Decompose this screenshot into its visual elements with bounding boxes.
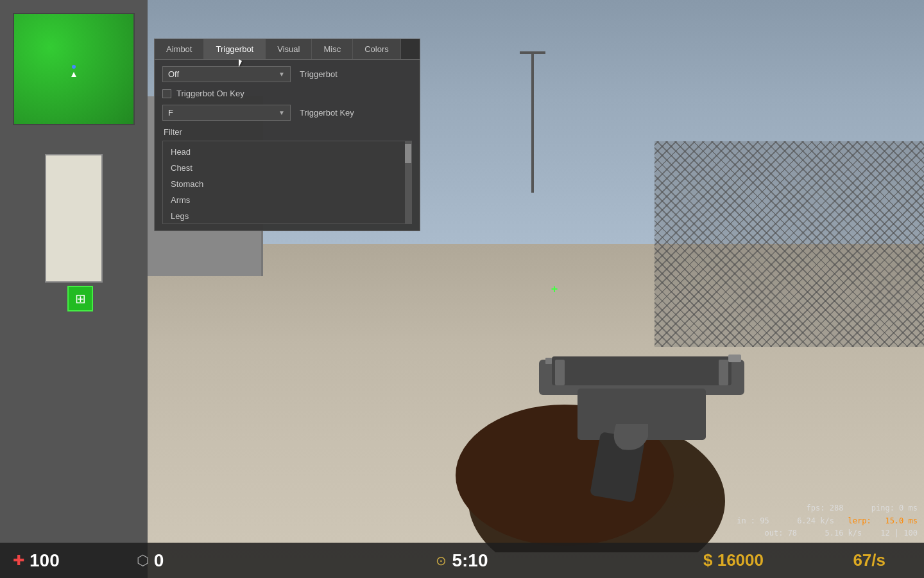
out-label: out: <box>765 529 783 538</box>
filter-scrollbar-thumb <box>405 144 411 163</box>
fps-label: fps: <box>807 504 825 512</box>
menu-tabs: Aimbot Triggerbot Visual Misc Colors <box>155 39 420 60</box>
triggerbot-dropdown-label: Triggerbot <box>300 69 338 79</box>
triggerbot-dropdown-value: Off <box>168 69 179 79</box>
bomb-icon: ⊞ <box>67 286 93 311</box>
svg-rect-8 <box>728 355 741 362</box>
health-display: ✚ 100 <box>13 550 60 571</box>
key-dropdown[interactable]: F ▼ <box>162 105 291 121</box>
minimap-player-dot <box>72 65 76 69</box>
choke-value: 12 <box>880 529 889 538</box>
filter-item-arms[interactable]: Arms <box>163 192 405 208</box>
in-label: in : <box>737 516 755 525</box>
filter-label: Filter <box>162 127 412 137</box>
tab-colors[interactable]: Colors <box>353 39 401 59</box>
svg-rect-9 <box>545 358 552 364</box>
ping-value: 0 ms <box>899 504 918 512</box>
menu-content: Off ▼ Triggerbot Triggerbot On Key F ▼ T… <box>155 60 420 231</box>
svg-rect-7 <box>719 360 728 385</box>
cheat-menu: Aimbot Triggerbot Visual Misc Colors Off… <box>154 39 420 231</box>
minimap <box>13 13 135 125</box>
triggerbot-dropdown-arrow: ▼ <box>278 71 285 78</box>
minimap-display <box>14 14 133 124</box>
timer-icon: ⊙ <box>436 553 447 568</box>
out-stat: out: 78 5.16 k/s 12 | 100 <box>737 527 918 539</box>
bottom-hud: ✚ 100 ⬡ 0 ⊙ 5:10 $ 16000 67/s <box>0 543 924 578</box>
health-icon: ✚ <box>13 552 24 569</box>
key-dropdown-arrow: ▼ <box>278 109 285 116</box>
filter-list: Head Chest Stomach Arms Legs Friendlies <box>163 141 405 223</box>
key-dropdown-label: Triggerbot Key <box>300 108 354 118</box>
filter-item-stomach[interactable]: Stomach <box>163 176 405 192</box>
fps-value: 288 <box>830 504 844 512</box>
key-dropdown-value: F <box>168 108 173 118</box>
svg-rect-6 <box>555 360 565 385</box>
choke-sep: | <box>894 529 899 538</box>
out-value: 78 <box>788 529 797 538</box>
game-background: ⊞ + <box>0 0 924 578</box>
in-stat: in : 95 6.24 k/s lerp: 15.0 ms <box>737 515 918 527</box>
ping-label: ping: <box>871 504 894 512</box>
triggerbot-on-key-label: Triggerbot On Key <box>176 89 244 98</box>
left-wall: ⊞ <box>0 0 148 578</box>
armor-display: ⬡ 0 <box>137 550 164 571</box>
armor-value: 0 <box>154 550 164 571</box>
filter-scrollbar[interactable] <box>405 141 411 223</box>
filter-list-container: Head Chest Stomach Arms Legs Friendlies <box>162 141 412 224</box>
key-row: F ▼ Triggerbot Key <box>162 105 412 121</box>
tab-aimbot[interactable]: Aimbot <box>155 39 204 59</box>
fps-stat: fps: 288 ping: 0 ms <box>737 502 918 514</box>
triggerbot-row: Off ▼ Triggerbot <box>162 66 412 82</box>
comm-tower <box>513 51 552 193</box>
triggerbot-on-key-checkbox[interactable] <box>162 89 171 98</box>
tab-misc[interactable]: Misc <box>312 39 353 59</box>
ammo-display: 67/s <box>853 550 886 570</box>
minimap-player-arrow <box>71 72 76 77</box>
in-value: 95 <box>760 516 769 525</box>
lerp-label: lerp: <box>848 516 871 525</box>
filter-item-legs[interactable]: Legs <box>163 208 405 223</box>
in-rate: 6.24 k/s <box>797 516 834 525</box>
svg-rect-3 <box>552 356 732 385</box>
health-value: 100 <box>30 550 60 571</box>
lerp-value: 15.0 ms <box>885 516 918 525</box>
filter-item-head[interactable]: Head <box>163 144 405 160</box>
triggerbot-on-key-row: Triggerbot On Key <box>162 89 412 98</box>
tab-triggerbot[interactable]: Triggerbot <box>204 39 266 59</box>
triggerbot-dropdown[interactable]: Off ▼ <box>162 66 291 82</box>
armor-icon: ⬡ <box>137 552 149 569</box>
out-rate: 5.16 k/s <box>825 529 862 538</box>
timer-display: ⊙ 5:10 <box>436 550 488 571</box>
tab-visual[interactable]: Visual <box>266 39 312 59</box>
money-display: $ 16000 <box>703 550 764 570</box>
choke-total: 100 <box>903 529 918 538</box>
stats-panel: fps: 288 ping: 0 ms in : 95 6.24 k/s ler… <box>737 502 918 539</box>
timer-value: 5:10 <box>452 550 488 571</box>
filter-item-chest[interactable]: Chest <box>163 160 405 176</box>
door-element <box>45 154 103 283</box>
